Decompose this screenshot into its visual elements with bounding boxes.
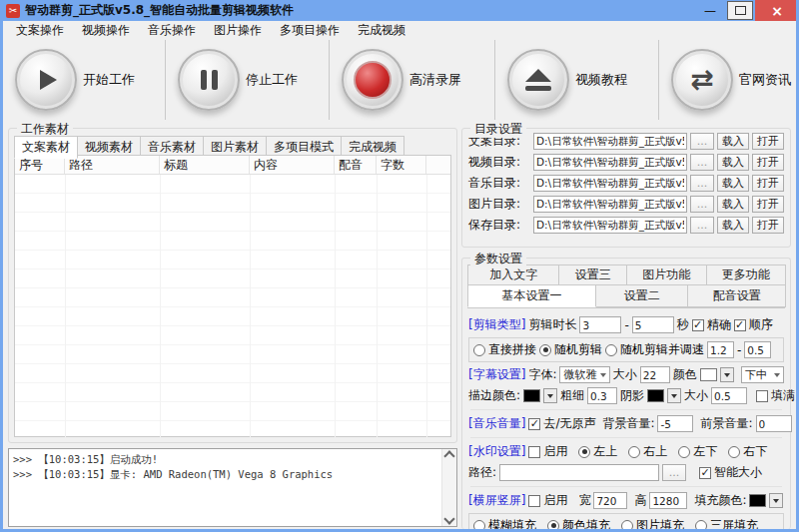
shadow-size-input[interactable] [711, 387, 747, 404]
tab-settings-two[interactable]: 设置二 [595, 284, 688, 307]
maximize-button[interactable] [727, 1, 753, 20]
column-header-title[interactable]: 标题 [160, 156, 250, 174]
tab-basic-settings-one[interactable]: 基本设置一 [467, 284, 596, 307]
mute-original-checkbox[interactable]: ✓ [528, 418, 540, 430]
accurate-checkbox[interactable]: ✓ [692, 319, 704, 331]
copy-directory-open-button[interactable]: 打开 [752, 133, 784, 150]
materials-table[interactable]: 序号 路径 标题 内容 配音 字数 [14, 155, 451, 437]
official-news-button[interactable]: ⇄ 官网资讯 [659, 40, 796, 120]
column-header-content[interactable]: 内容 [250, 156, 335, 174]
screen-enable-checkbox[interactable] [528, 495, 540, 507]
background-volume-input[interactable] [657, 415, 693, 432]
scroll-up-icon[interactable] [443, 450, 454, 461]
watermark-enable-checkbox[interactable] [528, 446, 540, 458]
screen-record-circle[interactable] [342, 49, 403, 111]
official-news-label: 官网资讯 [739, 71, 791, 89]
speed-to-input[interactable] [744, 341, 771, 358]
font-size-input[interactable] [640, 366, 670, 383]
music-directory-open-button[interactable]: 打开 [752, 175, 784, 192]
minimize-button[interactable]: — [695, 1, 725, 20]
video-directory-browse-button[interactable]: ... [690, 154, 714, 171]
watermark-browse-button[interactable]: ... [662, 464, 686, 481]
log-text[interactable]: >>> 【10:03:15】启动成功! >>> 【10:03:15】显卡: AM… [9, 449, 441, 526]
image-directory-open-button[interactable]: 打开 [752, 196, 784, 213]
start-work-button[interactable]: 开始工作 [3, 40, 166, 120]
copy-directory-load-button[interactable]: 载入 [717, 133, 749, 150]
font-color-dropdown-icon[interactable] [720, 367, 734, 382]
order-checkbox[interactable]: ✓ [734, 319, 746, 331]
subtitle-position-select[interactable]: 下中 [741, 366, 784, 383]
video-directory-open-button[interactable]: 打开 [752, 154, 784, 171]
tab-more-functions[interactable]: 更多功能 [706, 265, 787, 285]
save-directory-browse-button[interactable]: ... [690, 217, 714, 234]
copy-directory-input[interactable] [533, 133, 687, 150]
font-select[interactable]: 微软雅 [559, 366, 609, 383]
direct-splice-radio[interactable] [473, 344, 485, 356]
shadow-color-swatch[interactable] [647, 389, 664, 402]
watermark-bottomleft-radio[interactable] [678, 446, 690, 458]
menu-item-finished-video[interactable]: 完成视频 [349, 20, 414, 41]
image-directory-input[interactable] [533, 196, 687, 213]
random-clip-radio[interactable] [539, 344, 551, 356]
column-header-voiceover[interactable]: 配音 [335, 156, 377, 174]
scroll-down-icon[interactable] [443, 513, 454, 524]
stop-work-circle[interactable] [178, 49, 240, 111]
screen-height-label: 高 [634, 492, 646, 509]
video-tutorial-circle[interactable] [507, 49, 569, 111]
video-directory-load-button[interactable]: 载入 [717, 154, 749, 171]
fill-color-dropdown-icon[interactable] [769, 493, 783, 508]
outline-color-dropdown-icon[interactable] [543, 388, 557, 403]
stop-work-button[interactable]: 停止工作 [166, 40, 330, 120]
fill-color-swatch[interactable] [749, 494, 766, 507]
save-directory-load-button[interactable]: 载入 [717, 217, 749, 234]
menu-item-multi-project-ops[interactable]: 多项目操作 [271, 20, 349, 41]
copy-directory-browse-button[interactable]: ... [690, 133, 714, 150]
tab-add-text[interactable]: 加入文字 [467, 265, 559, 285]
shadow-color-dropdown-icon[interactable] [667, 388, 681, 403]
tab-settings-three[interactable]: 设置三 [558, 265, 627, 285]
music-directory-browse-button[interactable]: ... [690, 175, 714, 192]
clip-duration-max-input[interactable] [632, 316, 674, 333]
official-news-circle[interactable]: ⇄ [671, 49, 733, 111]
menu-item-image-ops[interactable]: 图片操作 [205, 20, 271, 41]
direct-splice-label: 直接拼接 [488, 341, 536, 358]
video-tutorial-button[interactable]: 视频教程 [495, 40, 659, 120]
materials-table-body[interactable] [15, 175, 450, 437]
clip-duration-min-input[interactable] [579, 316, 621, 333]
music-directory-load-button[interactable]: 载入 [717, 175, 749, 192]
menu-item-music-ops[interactable]: 音乐操作 [139, 20, 205, 41]
outline-color-swatch[interactable] [523, 389, 540, 402]
outline-weight-input[interactable] [587, 387, 617, 404]
video-directory-input[interactable] [533, 154, 687, 171]
log-scrollbar[interactable] [441, 449, 456, 526]
music-directory-input[interactable] [533, 175, 687, 192]
tab-voiceover-settings[interactable]: 配音设置 [687, 284, 786, 307]
watermark-path-input[interactable] [499, 464, 659, 481]
tab-copy-material[interactable]: 文案素材 [14, 136, 78, 159]
column-header-wordcount[interactable]: 字数 [377, 156, 426, 174]
music-volume-row: [音乐音量] ✓ 去/无原声 背景音量: 前景音量: [468, 415, 784, 432]
screen-height-input[interactable] [649, 492, 687, 509]
image-directory-load-button[interactable]: 载入 [717, 196, 749, 213]
smart-size-checkbox[interactable]: ✓ [699, 467, 711, 479]
speed-from-input[interactable] [707, 341, 734, 358]
screen-width-input[interactable] [593, 492, 627, 509]
image-directory-browse-button[interactable]: ... [690, 196, 714, 213]
random-clip-speed-radio[interactable] [605, 344, 617, 356]
column-header-path[interactable]: 路径 [65, 156, 160, 174]
start-work-circle[interactable] [15, 49, 77, 111]
screen-record-button[interactable]: 高清录屏 [330, 40, 495, 120]
save-directory-open-button[interactable]: 打开 [752, 217, 784, 234]
menu-item-copy-ops[interactable]: 文案操作 [7, 20, 73, 41]
font-color-swatch[interactable] [700, 368, 717, 381]
watermark-topleft-radio[interactable] [578, 446, 590, 458]
menu-item-video-ops[interactable]: 视频操作 [73, 20, 139, 41]
fill-checkbox[interactable] [756, 390, 768, 402]
foreground-volume-input[interactable] [756, 415, 792, 432]
watermark-bottomright-radio[interactable] [728, 446, 740, 458]
save-directory-input[interactable] [533, 217, 687, 234]
close-button[interactable]: × [755, 0, 799, 21]
order-label: 顺序 [749, 316, 773, 333]
watermark-topright-radio[interactable] [628, 446, 640, 458]
tab-image-functions[interactable]: 图片功能 [626, 265, 707, 285]
